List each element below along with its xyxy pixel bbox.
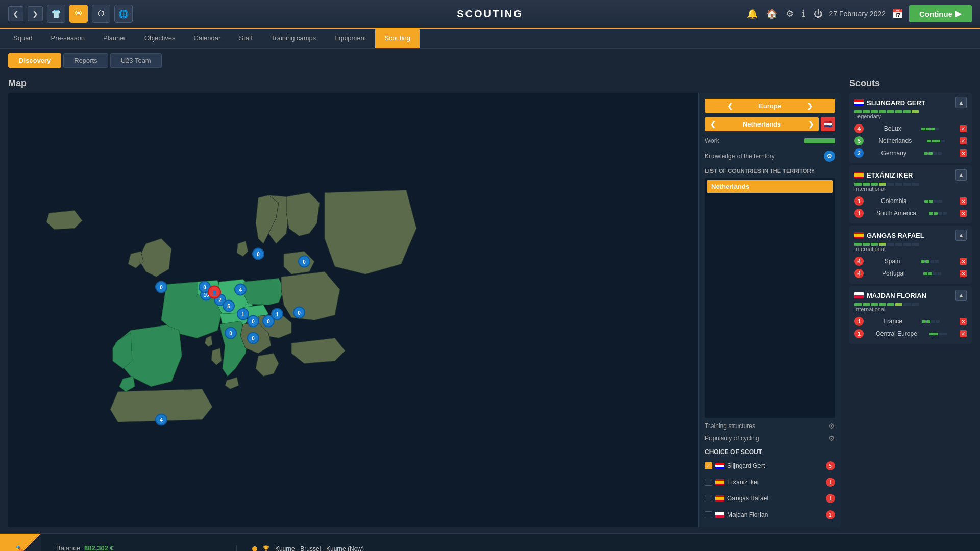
collapse-majdan-button[interactable]: ▲	[955, 290, 967, 301]
flag-es	[854, 172, 864, 178]
scout-country-colombia: 1 Colombia ✕	[854, 195, 967, 207]
gear-icon[interactable]: ⚙	[786, 8, 794, 19]
collapse-slijngard-button[interactable]: ▲	[955, 97, 967, 108]
tab-scouting[interactable]: Scouting	[375, 29, 420, 48]
etxaniz-level: International	[854, 186, 967, 192]
remove-belux-button[interactable]: ✕	[960, 125, 967, 132]
tab-preseason[interactable]: Pre-season	[42, 29, 94, 48]
training-structures-row: Training structures ⚙	[705, 422, 835, 430]
nav-tabs: Squad Pre-season Planner Objectives Cale…	[0, 29, 980, 49]
tab-staff[interactable]: Staff	[230, 29, 262, 48]
scout-card-gangas: GANGAS RAFAEL ▲ International 4 Spain	[849, 226, 972, 284]
scout-country-spain: 4 Spain ✕	[854, 255, 967, 267]
events-section: 🏆 Kuurne - Brussel - Kuurne (Now) ⊕ Kuur…	[236, 545, 980, 552]
europe-map-svg[interactable]: 4 10 2 5 0 4 1 0	[8, 93, 457, 527]
gangas-level: International	[854, 246, 967, 252]
work-stat-row: Work	[705, 137, 835, 144]
scout-name-slijngard: Slijngard Gert	[727, 462, 765, 469]
scout-count-majdan: 1	[826, 510, 835, 519]
tab-training-camps[interactable]: Training camps	[262, 29, 325, 48]
popularity-label: Popularity of cycling	[705, 435, 760, 442]
country-flag-icon[interactable]: 🇳🇱	[821, 117, 835, 131]
remove-france-button[interactable]: ✕	[960, 318, 967, 325]
balance-value: 882,302 €	[84, 544, 114, 552]
remove-centraleurope-button[interactable]: ✕	[960, 330, 967, 337]
spain-num: 4	[854, 257, 864, 266]
subtab-discovery[interactable]: Discovery	[8, 53, 61, 68]
remove-southamerica-button[interactable]: ✕	[960, 210, 967, 217]
power-icon[interactable]: ⏻	[814, 9, 823, 19]
country-select[interactable]: ❮ Netherlands ❯	[705, 117, 819, 131]
netherlands-num: 5	[854, 136, 864, 145]
svg-text:0: 0	[257, 252, 260, 257]
continue-button[interactable]: Continue ▶	[909, 5, 972, 22]
knowledge-icon: ⚙	[824, 151, 835, 162]
scout-choice-majdan[interactable]: Majdan Florian 1	[705, 509, 835, 521]
tab-equipment[interactable]: Equipment	[325, 29, 375, 48]
tab-objectives[interactable]: Objectives	[135, 29, 185, 48]
scout-country-portugal: 4 Portugal ✕	[854, 267, 967, 280]
popularity-gear-icon: ⚙	[828, 434, 835, 442]
scout-choice-gangas[interactable]: Gangas Rafael 1	[705, 492, 835, 505]
map-section: Map	[8, 78, 841, 527]
work-label: Work	[705, 137, 719, 144]
globe-icon-button[interactable]: 🌐	[114, 5, 133, 23]
remove-germany-button[interactable]: ✕	[960, 149, 967, 157]
balance-section: Balance 882,302 € Sponsor confidence	[41, 544, 236, 552]
calendar-icon[interactable]: 📅	[892, 8, 903, 19]
bottom-bar: 🚴 Balance 882,302 € Sponsor confidence 🏆…	[0, 533, 980, 551]
scout-checkbox-etxaniz[interactable]	[705, 479, 712, 486]
balance-label: Balance	[56, 544, 80, 552]
subtab-u23team[interactable]: U23 Team	[110, 53, 162, 68]
scout-country-france: 1 France ✕	[854, 315, 967, 328]
remove-spain-button[interactable]: ✕	[960, 258, 967, 265]
squad-icon-button[interactable]: 👕	[47, 5, 65, 23]
info-icon[interactable]: ℹ	[802, 8, 805, 19]
remove-colombia-button[interactable]: ✕	[960, 197, 967, 205]
tab-squad[interactable]: Squad	[4, 29, 42, 48]
choice-of-scout-label: CHOICE OF SCOUT	[705, 448, 835, 456]
scout-card-etxaniz: ETXÁNIZ IKER ▲ International 1 Colombia	[849, 165, 972, 223]
top-bar: ❮ ❯ 👕 👁 ⏱ 🌐 SCOUTING 🔔 🏠 ⚙ ℹ ⏻ 27 Februa…	[0, 0, 980, 29]
nav-forward-button[interactable]: ❯	[28, 6, 43, 21]
collapse-etxaniz-button[interactable]: ▲	[955, 169, 967, 181]
nav-back-button[interactable]: ❮	[8, 6, 23, 21]
scout-checkbox-slijngard[interactable]: ✓	[705, 462, 712, 469]
tab-calendar[interactable]: Calendar	[185, 29, 230, 48]
scout-name-etxaniz: Etxániz Iker	[727, 479, 760, 486]
countries-list-label: LIST OF COUNTRIES IN THE TERRITORY	[705, 168, 835, 174]
scout-checkbox-majdan[interactable]	[705, 511, 712, 518]
clock-icon-button[interactable]: ⏱	[92, 5, 110, 23]
flag-nl-slijngard	[715, 463, 724, 469]
flag-pl-majdan	[715, 512, 724, 518]
scout-country-southamerica: 1 South America ✕	[854, 207, 967, 219]
remove-portugal-button[interactable]: ✕	[960, 270, 967, 277]
germany-num: 2	[854, 148, 864, 158]
work-bar	[804, 138, 835, 143]
scout-checkbox-gangas[interactable]	[705, 495, 712, 502]
collapse-gangas-button[interactable]: ▲	[955, 230, 967, 241]
home-icon[interactable]: 🏠	[766, 8, 777, 19]
top-bar-left: ❮ ❯ 👕 👁 ⏱ 🌐	[8, 5, 133, 23]
flag-es-gangas-card	[854, 232, 864, 238]
flag-es-etxaniz	[715, 479, 724, 485]
svg-text:0: 0	[267, 319, 270, 324]
scout-choice-etxaniz[interactable]: Etxániz Iker 1	[705, 476, 835, 488]
knowledge-label: Knowledge of the territory	[705, 153, 775, 160]
svg-text:👤: 👤	[212, 290, 218, 296]
region-select[interactable]: ❮ Europe ❯	[705, 99, 835, 113]
tab-planner[interactable]: Planner	[94, 29, 135, 48]
scout-choice-slijngard[interactable]: ✓ Slijngard Gert 5	[705, 460, 835, 472]
remove-netherlands-button[interactable]: ✕	[960, 137, 967, 144]
bell-icon[interactable]: 🔔	[747, 8, 758, 19]
svg-text:0: 0	[229, 331, 232, 336]
scout-country-belux: 4 BeLux ✕	[854, 122, 967, 135]
map-container: 4 10 2 5 0 4 1 0	[8, 93, 841, 527]
majdan-level: International	[854, 306, 967, 312]
svg-text:4: 4	[160, 417, 163, 423]
selected-country-item[interactable]: Netherlands	[707, 180, 833, 193]
subtab-reports[interactable]: Reports	[63, 53, 108, 68]
scout-count-gangas: 1	[826, 494, 835, 503]
countries-list: Netherlands	[705, 178, 835, 418]
scouting-icon-button[interactable]: 👁	[69, 5, 88, 23]
